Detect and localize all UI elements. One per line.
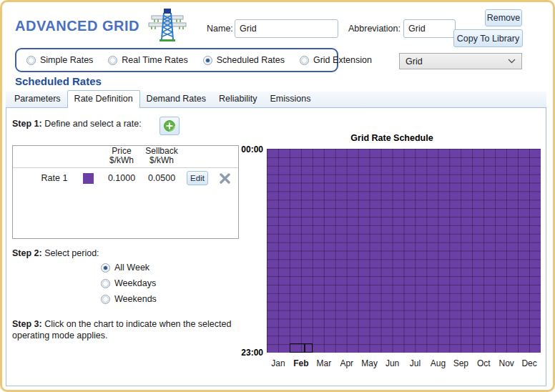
tab-strip: Parameters Rate Definition Demand Rates … [6, 92, 546, 108]
radio-all-week[interactable]: All Week [101, 263, 149, 273]
transmission-tower-icon [145, 7, 190, 43]
radio-icon [108, 56, 117, 65]
chart-title: Grid Rate Schedule [243, 133, 541, 143]
radio-icon-checked [203, 56, 212, 65]
step1-text: Step 1: Define and select a rate: [12, 119, 142, 129]
abbreviation-input[interactable] [403, 19, 456, 38]
rate-color-swatch [83, 173, 94, 184]
step2-text: Step 2: Select period: [12, 248, 99, 258]
rate-sellback: 0.0500 [142, 173, 182, 183]
month-label-bold: Feb [290, 358, 313, 368]
tab-emissions[interactable]: Emissions [263, 91, 317, 107]
month-label: Oct [472, 358, 495, 368]
rate-type-group: Simple Rates Real Time Rates Scheduled R… [15, 48, 338, 72]
radio-weekends[interactable]: Weekends [101, 294, 157, 304]
radio-weekdays[interactable]: Weekdays [101, 278, 156, 288]
plus-icon [163, 119, 176, 132]
rate-table: Price $/kWh Sellback $/kWh Rate 1 0.1000… [12, 145, 239, 239]
advanced-grid-window: ADVANCED GRID Name: Abbreviation: Remove… [0, 0, 555, 392]
page-title: ADVANCED GRID [15, 18, 139, 34]
radio-icon [101, 295, 110, 304]
remove-button[interactable]: Remove [485, 9, 522, 26]
y-axis-label-bottom: 23:00 [239, 348, 263, 358]
rate-table-header: Price $/kWh Sellback $/kWh [13, 146, 238, 167]
table-row[interactable]: Rate 1 0.1000 0.0500 Edit [13, 168, 238, 188]
month-label: May [358, 358, 381, 368]
month-label: Jan [267, 358, 290, 368]
name-label: Name: [207, 24, 233, 34]
y-axis-label-top: 00:00 [239, 144, 263, 155]
tab-demand-rates[interactable]: Demand Rates [140, 91, 212, 107]
selected-cells-outline [290, 343, 313, 353]
tab-parameters[interactable]: Parameters [8, 91, 67, 107]
name-input[interactable] [235, 19, 338, 38]
month-label: Jun [381, 358, 404, 368]
radio-icon [101, 279, 110, 288]
sellback-column-header: Sellback $/kWh [142, 147, 182, 165]
month-label: Mar [313, 358, 335, 368]
x-axis-month-labels: Jan Feb Mar Apr May Jun Jul Aug Sep Oct … [267, 358, 541, 368]
month-label: Sep [449, 358, 472, 368]
tab-rate-definition[interactable]: Rate Definition [67, 90, 140, 108]
radio-icon [26, 56, 36, 65]
radio-icon-checked [101, 263, 110, 273]
month-label: Jul [404, 358, 427, 368]
grid-rate-schedule-chart[interactable] [267, 149, 541, 353]
month-label: Apr [335, 358, 358, 368]
radio-icon [300, 56, 309, 65]
radio-grid-extension[interactable]: Grid Extension [300, 55, 372, 65]
radio-real-time-rates[interactable]: Real Time Rates [108, 55, 187, 65]
rate-name: Rate 1 [34, 173, 74, 183]
section-title: Scheduled Rates [15, 75, 102, 87]
abbreviation-label: Abbreviation: [348, 24, 401, 34]
grid-select-dropdown[interactable]: Grid [399, 53, 522, 69]
radio-simple-rates[interactable]: Simple Rates [26, 55, 93, 65]
delete-rate-icon[interactable] [219, 173, 231, 184]
edit-rate-button[interactable]: Edit [187, 171, 208, 185]
cell-divider [304, 344, 305, 352]
rate-price: 0.1000 [102, 173, 142, 183]
copy-to-library-button[interactable]: Copy To Library [453, 29, 523, 47]
chevron-down-icon [508, 59, 516, 64]
month-label: Dec [518, 358, 541, 368]
month-label: Aug [426, 358, 449, 368]
tab-reliability[interactable]: Reliability [212, 91, 264, 107]
step3-text: Step 3: Click on the chart to indicate w… [12, 318, 242, 341]
price-column-header: Price $/kWh [102, 147, 142, 165]
add-rate-button[interactable] [159, 117, 180, 135]
month-label: Nov [495, 358, 518, 368]
radio-scheduled-rates[interactable]: Scheduled Rates [203, 55, 285, 65]
